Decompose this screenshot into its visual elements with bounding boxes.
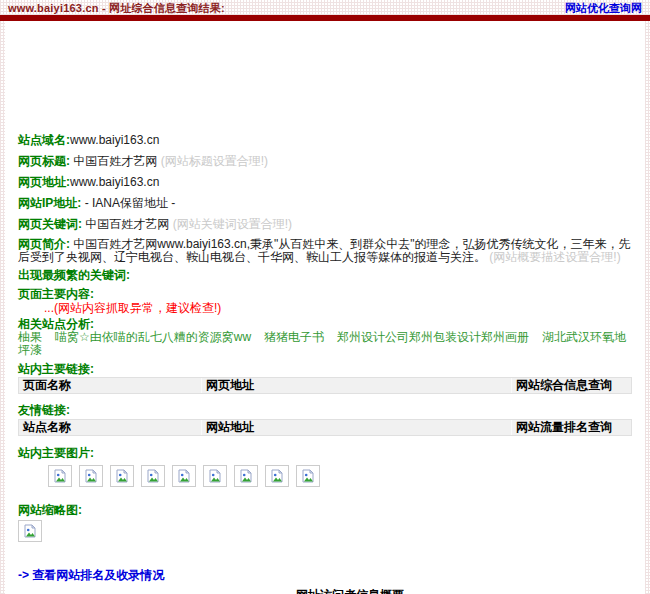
content-area: 站点域名:www.baiyi163.cn 网页标题: 中国百姓才艺网 (网站标题… <box>5 21 645 594</box>
related-sites-links: 柚果喵窝☆由依喵的乱七八糟的资源窝ww猪猪电子书郑州设计公司郑州包装设计郑州画册… <box>18 331 632 357</box>
section-thumbnail: 网站缩略图: <box>18 503 632 517</box>
info-row-description: 网页简介: 中国百姓才艺网www.baiyi163.cn,秉承"从百姓中来、到群… <box>18 238 632 264</box>
info-value: www.baiyi163.cn <box>70 133 159 147</box>
column-header-site-name: 站点名称 <box>19 420 201 435</box>
friend-links-header-row: 站点名称 网站地址 网站流量排名查询 <box>18 419 632 436</box>
info-label: 网页标题: <box>18 154 70 168</box>
info-note: (网站标题设置合理!) <box>161 154 268 168</box>
section-page-content: 页面主要内容: <box>18 287 632 301</box>
broken-image-icon <box>110 465 134 487</box>
info-label: 网站IP地址: <box>18 196 81 210</box>
info-label: 网页简介: <box>18 237 70 251</box>
broken-image-icon <box>172 465 196 487</box>
related-site-link[interactable]: 喵窝☆由依喵的乱七八糟的资源窝ww <box>55 330 251 344</box>
section-site-links: 站内主要链接: <box>18 362 632 376</box>
section-friend-links: 友情链接: <box>18 403 632 417</box>
column-header-page-url: 网页地址 <box>201 378 511 393</box>
thumbnail-area <box>18 520 632 542</box>
site-images-row <box>18 465 632 487</box>
info-row-title: 网页标题: 中国百姓才艺网 (网站标题设置合理!) <box>18 154 632 168</box>
content-fetch-warning: ...(网站内容抓取异常，建议检查!) <box>18 301 632 315</box>
site-home-link[interactable]: 网站优化查询网 <box>565 1 642 16</box>
page-title: www.baiyi163.cn - 网址综合信息查询结果: <box>8 1 225 16</box>
info-label: 站点域名: <box>18 133 70 147</box>
top-header-bar: www.baiyi163.cn - 网址综合信息查询结果: 网站优化查询网 <box>0 0 650 15</box>
top-whitespace <box>18 21 632 126</box>
section-frequent-keywords: 出现最频繁的关键词: <box>18 268 632 282</box>
info-value: 中国百姓才艺网 <box>85 217 169 231</box>
broken-image-icon <box>79 465 103 487</box>
info-row-ip: 网站IP地址: - IANA保留地址 - <box>18 196 632 210</box>
info-note: (网站概要描述设置合理!) <box>489 250 620 264</box>
info-label: 网页地址: <box>18 175 70 189</box>
visitor-summary: 网址访问者信息概要 通信协议 HTTP/1.1 <box>112 588 588 594</box>
site-links-header-row: 页面名称 网页地址 网站综合信息查询 <box>18 377 632 394</box>
info-row-url: 网页地址:www.baiyi163.cn <box>18 175 632 189</box>
info-value: - IANA保留地址 - <box>85 196 176 210</box>
broken-image-icon <box>203 465 227 487</box>
column-header-site-url: 网站地址 <box>201 420 511 435</box>
broken-image-icon <box>48 465 72 487</box>
column-header-page-name: 页面名称 <box>19 378 201 393</box>
related-site-link[interactable]: 郑州设计公司郑州包装设计郑州画册 <box>337 330 529 344</box>
info-label: 网页关键词: <box>18 217 82 231</box>
column-header-rank-query: 网站流量排名查询 <box>511 420 631 435</box>
related-site-link[interactable]: 猪猪电子书 <box>264 330 324 344</box>
section-site-images: 站内主要图片: <box>18 446 632 460</box>
info-value: www.baiyi163.cn <box>70 175 159 189</box>
info-note: (网站关键词设置合理!) <box>173 217 292 231</box>
broken-image-icon <box>141 465 165 487</box>
view-rank-link[interactable]: -> 查看网站排名及收录情况 <box>18 568 164 582</box>
column-header-site-query: 网站综合信息查询 <box>511 378 631 393</box>
info-value: 中国百姓才艺网 <box>73 154 157 168</box>
related-site-link[interactable]: 柚果 <box>18 330 42 344</box>
info-row-keywords: 网页关键词: 中国百姓才艺网 (网站关键词设置合理!) <box>18 217 632 231</box>
section-related-sites: 相关站点分析: <box>18 317 632 331</box>
broken-image-icon <box>265 465 289 487</box>
rank-link-row: -> 查看网站排名及收录情况 <box>18 568 632 582</box>
visitor-summary-title: 网址访问者信息概要 <box>112 588 588 594</box>
thumbnail-broken-image-icon <box>18 520 42 542</box>
broken-image-icon <box>296 465 320 487</box>
broken-image-icon <box>234 465 258 487</box>
info-row-domain: 站点域名:www.baiyi163.cn <box>18 133 632 147</box>
